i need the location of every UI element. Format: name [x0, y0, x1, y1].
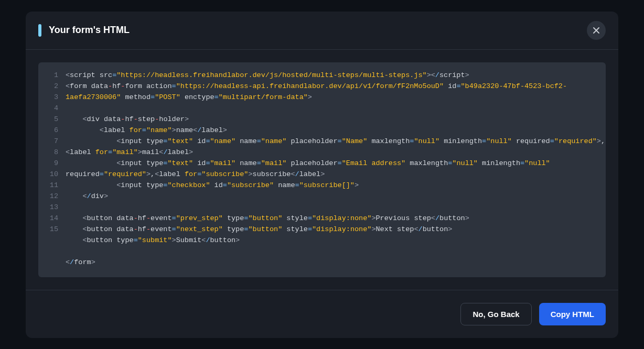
modal-title: Your form's HTML [49, 25, 130, 36]
modal-header: Your form's HTML [26, 12, 618, 50]
code-block[interactable]: 1<script src="https://headless.freihandl… [38, 62, 606, 277]
line-content: <label for="name">name</label> [66, 125, 596, 136]
line-number: 4 [48, 103, 58, 114]
line-content: <button data-hf-event="next_step" type="… [66, 224, 596, 235]
line-content: <input type="text" id="name" name="name"… [66, 136, 605, 147]
code-line: 13 [48, 202, 596, 213]
line-content: <form data-hf-form action="https://headl… [66, 81, 596, 92]
line-content [66, 246, 596, 257]
line-number: 3 [48, 92, 58, 103]
line-number: 13 [48, 202, 58, 213]
line-content: <input type="text" id="mail" name="mail"… [66, 158, 596, 169]
line-number: 5 [48, 114, 58, 125]
code-line: 12 </div> [48, 191, 596, 202]
code-line [48, 246, 596, 257]
code-line: 4 [48, 103, 596, 114]
line-content [66, 103, 596, 114]
line-content: <button type="submit">Submit</button> [66, 235, 596, 246]
line-number: 2 [48, 81, 58, 92]
header-left: Your form's HTML [38, 24, 130, 37]
code-line: 2<form data-hf-form action="https://head… [48, 81, 596, 92]
close-icon [593, 27, 600, 34]
line-content: 1aefa2730006" method="POST" enctype="mul… [66, 92, 596, 103]
code-line: 10required="required">,<label for="subsc… [48, 169, 596, 180]
code-line: </form> [48, 257, 596, 268]
code-line: 31aefa2730006" method="POST" enctype="mu… [48, 92, 596, 103]
code-line: 5 <div data-hf-step-holder> [48, 114, 596, 125]
line-content: <button data-hf-event="prev_step" type="… [66, 213, 596, 224]
line-number: 1 [48, 70, 58, 81]
go-back-button[interactable]: No, Go Back [460, 303, 531, 325]
line-number: 11 [48, 180, 58, 191]
modal-footer: No, Go Back Copy HTML [26, 290, 618, 338]
modal-dialog: Your form's HTML 1<script src="https://h… [26, 12, 618, 338]
line-content: required="required">,<label for="subscri… [66, 169, 596, 180]
line-number: 6 [48, 125, 58, 136]
code-line: 9 <input type="text" id="mail" name="mai… [48, 158, 596, 169]
code-line: 15 <button data-hf-event="next_step" typ… [48, 224, 596, 235]
code-line: 8<label for="mail">mail</label> [48, 147, 596, 158]
line-content: <script src="https://headless.freihandla… [66, 70, 596, 81]
line-content: </form> [66, 257, 596, 268]
code-line: 6 <label for="name">name</label> [48, 125, 596, 136]
line-number: 9 [48, 158, 58, 169]
line-content: </div> [66, 191, 596, 202]
close-button[interactable] [587, 21, 606, 40]
accent-bar-icon [38, 24, 41, 37]
line-number: 12 [48, 191, 58, 202]
line-number: 10 [48, 169, 58, 180]
code-line: <button type="submit">Submit</button> [48, 235, 596, 246]
line-content: <input type="checkbox" id="subscribe" na… [66, 180, 596, 191]
line-content [66, 202, 596, 213]
copy-html-button[interactable]: Copy HTML [539, 303, 606, 325]
line-number: 14 [48, 213, 58, 224]
code-line: 11 <input type="checkbox" id="subscribe"… [48, 180, 596, 191]
code-line: 1<script src="https://headless.freihandl… [48, 70, 596, 81]
line-number: 8 [48, 147, 58, 158]
code-line: 14 <button data-hf-event="prev_step" typ… [48, 213, 596, 224]
line-number: 7 [48, 136, 58, 147]
modal-body: 1<script src="https://headless.freihandl… [26, 50, 618, 290]
code-line: 7 <input type="text" id="name" name="nam… [48, 136, 596, 147]
line-content: <div data-hf-step-holder> [66, 114, 596, 125]
line-number: 15 [48, 224, 58, 235]
line-content: <label for="mail">mail</label> [66, 147, 596, 158]
